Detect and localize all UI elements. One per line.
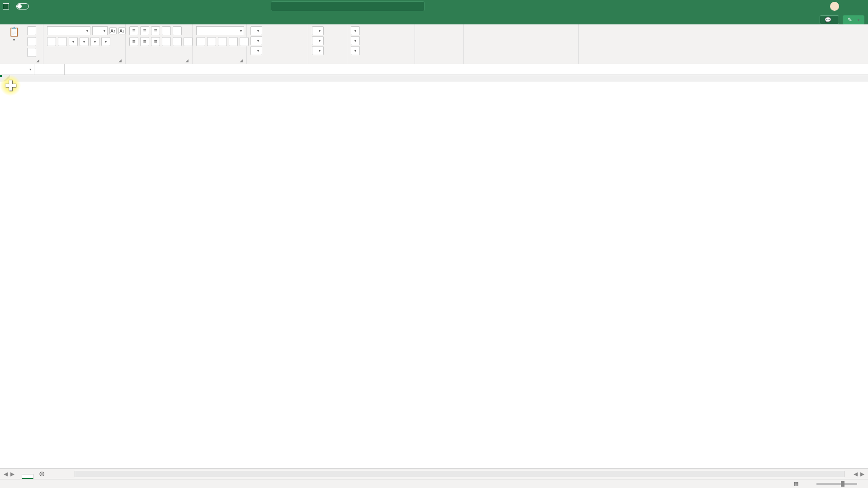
autosum-button[interactable]: ▾ [351, 26, 360, 35]
zoom-slider[interactable] [816, 483, 857, 485]
align-top-button[interactable]: ≡ [129, 26, 138, 35]
formula-input[interactable] [65, 64, 859, 75]
delete-cells-button[interactable]: ▾ [312, 36, 324, 45]
share-button[interactable]: ✎ ▾ [843, 15, 864, 24]
sheet-tab-active[interactable] [22, 474, 33, 479]
display-settings-button[interactable]: ▦ [794, 481, 798, 487]
font-name-select[interactable]: ▾ [47, 26, 90, 35]
data-analysis-button[interactable] [442, 26, 463, 29]
decrease-indent-button[interactable] [162, 37, 171, 46]
sort-filter-button[interactable] [363, 26, 383, 29]
scroll-left-icon[interactable]: ◀ [854, 471, 858, 477]
add-sheet-button[interactable]: ⊕ [36, 469, 47, 478]
fill-color-button[interactable]: ▾ [90, 37, 99, 46]
cell-styles-button[interactable]: ▾ [250, 46, 262, 55]
percent-format-button[interactable] [207, 37, 216, 46]
number-format-select[interactable]: ▾ [196, 26, 244, 35]
underline-button[interactable]: ▾ [69, 37, 78, 46]
search-box[interactable] [271, 1, 425, 11]
find-select-button[interactable] [386, 26, 407, 29]
scroll-right-icon[interactable]: ▶ [860, 471, 864, 477]
fill-handle-button[interactable]: ▾ [351, 36, 360, 45]
format-as-table-button[interactable]: ▾ [250, 36, 262, 45]
create-pdf-outlook-button[interactable] [524, 26, 581, 29]
sheet-prev-icon[interactable]: ◀ [4, 471, 8, 477]
align-middle-button[interactable]: ≡ [140, 26, 149, 35]
comma-format-button[interactable] [218, 37, 227, 46]
font-size-select[interactable]: ▾ [92, 26, 108, 35]
excel-app-icon [3, 3, 9, 9]
wrap-text-button[interactable] [173, 26, 182, 35]
create-pdf-share-button[interactable] [467, 26, 521, 29]
paste-button[interactable]: 📋▾ [4, 26, 24, 43]
avatar[interactable] [830, 2, 839, 11]
format-cells-button[interactable]: ▾ [312, 46, 324, 55]
bold-button[interactable] [47, 37, 56, 46]
align-right-button[interactable]: ≡ [151, 37, 160, 46]
increase-indent-button[interactable] [173, 37, 182, 46]
sheet-next-icon[interactable]: ▶ [10, 471, 14, 477]
merge-button[interactable] [184, 37, 193, 46]
select-all-corner[interactable] [0, 75, 10, 82]
conditional-formatting-button[interactable]: ▾ [250, 26, 262, 35]
insert-cells-button[interactable]: ▾ [312, 26, 324, 35]
comments-button[interactable]: 💬 [820, 15, 839, 24]
name-box[interactable]: ▾ [0, 64, 34, 75]
font-color-button[interactable]: ▾ [101, 37, 110, 46]
align-bottom-button[interactable]: ≡ [151, 26, 160, 35]
cut-button[interactable] [27, 26, 36, 35]
addins-button[interactable] [419, 26, 439, 29]
italic-button[interactable] [58, 37, 67, 46]
orientation-button[interactable] [162, 26, 171, 35]
increase-font-button[interactable]: A↑ [109, 27, 117, 34]
decrease-font-button[interactable]: A↓ [118, 27, 126, 34]
copy-button[interactable] [27, 37, 36, 46]
borders-button[interactable]: ▾ [80, 37, 89, 46]
autosave-toggle[interactable] [16, 3, 29, 9]
formula-expand-icon[interactable] [859, 64, 868, 75]
align-center-button[interactable]: ≡ [140, 37, 149, 46]
clear-button[interactable]: ▾ [351, 46, 360, 55]
increase-decimal-button[interactable] [229, 37, 238, 46]
accounting-format-button[interactable] [196, 37, 205, 46]
horizontal-scrollbar[interactable] [75, 471, 844, 477]
format-painter-button[interactable] [27, 48, 36, 57]
align-left-button[interactable]: ≡ [129, 37, 138, 46]
chatgpt-button[interactable] [582, 26, 603, 29]
